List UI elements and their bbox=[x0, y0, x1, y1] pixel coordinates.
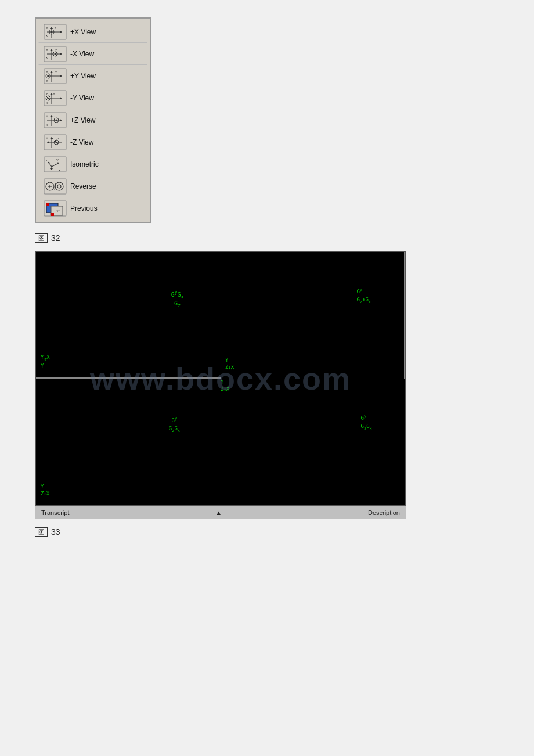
svg-text:z: z bbox=[57, 136, 59, 140]
fig33-number: 33 bbox=[51, 527, 60, 537]
xview-pos-icon: z Y x bbox=[42, 23, 68, 41]
svg-text:x: x bbox=[46, 56, 48, 59]
svg-text:z: z bbox=[46, 159, 48, 162]
isometric-label: Isometric bbox=[70, 160, 99, 168]
svg-text:x: x bbox=[46, 101, 48, 105]
fig33-label: 图 33 bbox=[35, 527, 499, 537]
statusbar-left: Transcript bbox=[41, 509, 70, 516]
svg-text:z: z bbox=[54, 114, 56, 118]
zview-pos-icon: Y z x bbox=[42, 111, 68, 129]
svg-text:Y: Y bbox=[46, 114, 48, 118]
svg-text:x: x bbox=[55, 70, 57, 74]
xview-neg-label: -X View bbox=[70, 50, 94, 58]
cad-viewport-4[interactable]: Gy GzGx Y Z↕X bbox=[221, 379, 405, 505]
xview-neg-icon: Y z x bbox=[42, 45, 68, 63]
fig32-label: 图 32 bbox=[35, 233, 499, 243]
cad-panel-wrapper: www.bdocx.com GyGx Gz Y↕X Y Gy Gz bbox=[35, 251, 499, 519]
svg-text:z: z bbox=[55, 48, 57, 52]
fig32-box: 图 bbox=[35, 233, 48, 243]
toolbar-item-zview-neg[interactable]: Y x z -Z View bbox=[38, 131, 147, 153]
svg-text:Y: Y bbox=[54, 26, 56, 30]
statusbar-right: Description bbox=[368, 509, 400, 516]
toolbar-item-xview-pos[interactable]: z Y x +X View bbox=[38, 21, 147, 43]
svg-text:↩: ↩ bbox=[56, 208, 61, 214]
reverse-icon bbox=[42, 178, 68, 195]
svg-text:z: z bbox=[46, 26, 48, 30]
toolbar-item-isometric[interactable]: z Y x Isometric bbox=[38, 153, 147, 175]
vp1-center-label: GyGx Gz bbox=[171, 290, 184, 309]
reverse-label: Reverse bbox=[70, 182, 96, 190]
zview-neg-label: -Z View bbox=[70, 138, 93, 146]
svg-text:z: z bbox=[46, 92, 48, 96]
toolbar-item-previous[interactable]: ↩ Previous bbox=[38, 197, 147, 219]
svg-text:Y: Y bbox=[46, 70, 48, 74]
zview-pos-label: +Z View bbox=[70, 116, 95, 124]
vp2-center-label: Gy Gz↕Gx bbox=[356, 287, 371, 305]
view-toolbar: z Y x +X View Y z x bbox=[35, 17, 151, 223]
svg-point-28 bbox=[48, 75, 49, 77]
svg-text:x: x bbox=[46, 34, 48, 37]
svg-text:x: x bbox=[59, 168, 60, 172]
isometric-icon: z Y x bbox=[42, 156, 68, 173]
cad-panel: www.bdocx.com GyGx Gz Y↕X Y Gy Gz bbox=[35, 251, 406, 506]
toolbar-item-yview-neg[interactable]: z Y x -Y View bbox=[38, 87, 147, 109]
statusbar-middle: ▲ bbox=[215, 509, 222, 516]
yview-neg-icon: z Y x bbox=[42, 89, 68, 107]
svg-text:Y: Y bbox=[46, 48, 48, 52]
fig33-box: 图 bbox=[35, 527, 48, 537]
svg-text:Y: Y bbox=[56, 159, 59, 162]
cad-viewport-1[interactable]: GyGx Gz Y↕X Y bbox=[36, 252, 221, 379]
fig32-number: 32 bbox=[51, 233, 60, 243]
vp4-axis-label: Y Z↕X bbox=[221, 379, 229, 393]
svg-text:Y: Y bbox=[53, 92, 55, 96]
yview-pos-icon: Y x z bbox=[42, 67, 68, 85]
zview-neg-icon: Y x z bbox=[42, 134, 68, 151]
toolbar-item-reverse[interactable]: Reverse bbox=[38, 175, 147, 197]
svg-rect-83 bbox=[46, 203, 49, 206]
xview-pos-label: +X View bbox=[70, 28, 96, 36]
previous-label: Previous bbox=[70, 204, 98, 213]
svg-text:x: x bbox=[46, 123, 48, 127]
vp3-axis-label: Y Z↕X bbox=[41, 483, 49, 497]
svg-point-7 bbox=[51, 31, 53, 33]
svg-point-49 bbox=[56, 120, 57, 121]
toolbar-item-yview-pos[interactable]: Y x z +Y View bbox=[38, 65, 147, 87]
vp2-axis-label: Y Z↕X bbox=[225, 357, 234, 370]
previous-icon: ↩ bbox=[42, 200, 68, 217]
cad-viewport-2[interactable]: Gy Gz↕Gx Y Z↕X bbox=[221, 252, 405, 379]
cad-viewport-3[interactable]: Gy GzGx Y Z↕X bbox=[36, 379, 221, 505]
toolbar-item-xview-neg[interactable]: Y z x -X View bbox=[38, 43, 147, 65]
svg-text:Y: Y bbox=[46, 136, 48, 140]
cad-statusbar: Transcript ▲ Description bbox=[35, 506, 406, 519]
svg-rect-84 bbox=[51, 213, 54, 216]
vp3-center-label: Gy GzGx bbox=[169, 416, 180, 434]
vp4-center-label: Gy GzGx bbox=[360, 414, 371, 431]
vp1-axis-label: Y↕X Y bbox=[41, 354, 50, 369]
yview-neg-label: -Y View bbox=[70, 94, 94, 102]
toolbar-item-zview-pos[interactable]: Y z x +Z View bbox=[38, 109, 147, 131]
yview-pos-label: +Y View bbox=[70, 72, 96, 80]
svg-text:z: z bbox=[46, 79, 48, 82]
